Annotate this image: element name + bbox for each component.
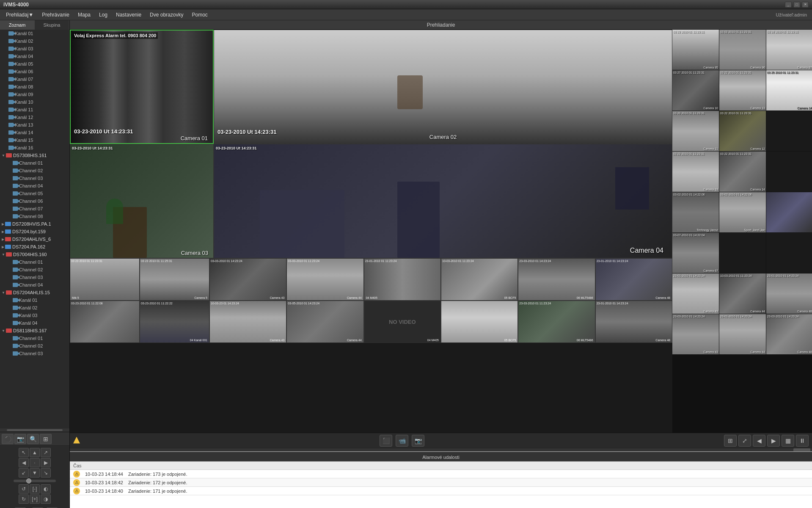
small-cam-1[interactable]: 03 23 2010 01 11:23:31 Mik 5 <box>70 258 140 301</box>
right-scrollbar[interactable] <box>70 448 812 451</box>
ptz-rotate-left[interactable]: ↺ <box>19 484 29 494</box>
ptz-focus-far[interactable]: [+] <box>30 494 40 504</box>
tree-ds7204ahlis-k02[interactable]: Kanál 02 <box>0 304 69 312</box>
thumb-20[interactable]: 23-01-2010 01 14:23:24 Camera 48 <box>766 273 812 314</box>
tree-ds7004-ch02[interactable]: Channel 02 <box>0 266 69 273</box>
tree-ds7204ahlis-k01[interactable]: Kanál 01 <box>0 296 69 304</box>
small-cam-s-0[interactable]: 03-23-2010 01 11:22:08 <box>70 301 140 343</box>
thumb-5[interactable]: 03 25 2010 01 11:23:31 Camera 14 <box>766 70 812 110</box>
tree-ch02[interactable]: Channel 02 <box>0 167 69 174</box>
thumb-2[interactable]: 03 25 2010 01 11:23:31 Camera 97 <box>766 30 812 70</box>
tree-kanal-03[interactable]: Kanál 03 <box>0 45 69 52</box>
tree-ds7004-ch03[interactable]: Channel 03 <box>0 273 69 281</box>
thumb-12[interactable]: 03-02-2010 01 14:22:06 Technogy Jarovi <box>672 192 719 232</box>
ptz-down-left[interactable]: ↙ <box>19 468 29 478</box>
thumb-8[interactable] <box>766 111 812 151</box>
btn-snapshot-main[interactable]: 📷 <box>412 435 424 447</box>
tree-ch01[interactable]: Channel 01 <box>0 159 69 167</box>
small-cam-br1-5[interactable]: 23-01-2010 01 14:23:24 Camera 48 <box>595 258 672 301</box>
tree-kanal-08[interactable]: Kanál 08 <box>0 83 69 91</box>
camera-2-main[interactable]: 03-23-2010 Ut 14:23:31 Camera 02 <box>214 30 672 144</box>
alarm-events-list[interactable]: Čas ⚠ 10-03-23 14:18:44 Zariadenie: 173 … <box>70 461 812 508</box>
thumb-14[interactable] <box>766 192 812 232</box>
alarm-row-0[interactable]: ⚠ 10-03-23 14:18:44 Zariadenie: 173 je o… <box>70 470 812 478</box>
ptz-right[interactable]: ▶ <box>41 458 51 467</box>
close-btn[interactable]: ✕ <box>802 2 809 8</box>
small-cam-br2-5[interactable]: 23-01-2010 01 14:23:24 Camera 48 <box>595 301 672 343</box>
tree-ds8118-ch02[interactable]: Channel 02 <box>0 342 69 350</box>
menu-prehliadaj[interactable]: Prehliadaj▼ <box>2 11 38 19</box>
small-cam-br1-4[interactable]: 23-03-2010 01 14:23:24 06 MLT5486 <box>518 258 595 301</box>
menu-prehravanie[interactable]: Prehrávanie <box>38 11 74 19</box>
tree-ds7204ahlis-k04[interactable]: Kanál 04 <box>0 319 69 327</box>
ptz-down-right[interactable]: ↘ <box>41 468 51 478</box>
tree-ch03[interactable]: Channel 03 <box>0 174 69 182</box>
tree-ds7204ahlis-k03[interactable]: Kanál 03 <box>0 312 69 319</box>
thumb-0[interactable]: 03 23 2010 01 11:23:31 Camera 95 <box>672 30 719 70</box>
btn-zoom[interactable]: 🔍 <box>27 434 39 444</box>
minimize-btn[interactable]: _ <box>785 2 792 8</box>
tree-ds7308[interactable]: ▼ DS7308HIS.161 <box>0 152 69 159</box>
tree-kanal-06[interactable]: Kanál 06 <box>0 68 69 75</box>
ptz-center[interactable]: · <box>30 458 40 467</box>
thumb-16[interactable] <box>719 233 766 273</box>
tree-kanal-04[interactable]: Kanál 04 <box>0 52 69 60</box>
thumb-13[interactable]: 03-02-2010 01 14:22:06 Sport: Jarof-Jan <box>719 192 766 232</box>
alarm-row-1[interactable]: ⚠ 10-03-23 14:18:42 Zariadenie: 172 je o… <box>70 478 812 487</box>
btn-record[interactable]: ⚫ <box>2 434 14 444</box>
camera-1-main[interactable]: Volaj Express Alarm tel. 0903 804 200 03… <box>70 30 214 144</box>
menu-nastavenie[interactable]: Nastavenie <box>112 11 146 19</box>
thumb-23[interactable]: 23-03-2010 01 14:23:24 Camera 48 <box>766 314 812 354</box>
btn-layout[interactable]: ⊞ <box>40 434 52 444</box>
thumb-18[interactable]: 23-01-2010 01 14:23:24 Camera 43 <box>672 273 719 314</box>
tree-kanal-01[interactable]: Kanál 01 <box>0 30 69 37</box>
small-cam-br2-4[interactable]: 23-03-2010 01 11:23:24 06 MLT5486 <box>518 301 595 343</box>
small-cam-br1-2[interactable]: 23-01-2010 01 11:23:24 04 M405 <box>364 258 441 301</box>
btn-fullscreen[interactable]: ⤢ <box>738 435 751 447</box>
camera-4-main[interactable]: 03-23-2010 Ut 14:23:31 Camera 04 <box>214 144 672 258</box>
thumb-15[interactable]: 03-07-2010 01 14:22:04 Camera 67 <box>672 233 719 273</box>
btn-grid-layout[interactable]: ⊞ <box>724 435 737 447</box>
ptz-up-right[interactable]: ↗ <box>41 448 51 457</box>
tree-ch05[interactable]: Channel 05 <box>0 190 69 197</box>
ptz-iris-open[interactable]: ◑ <box>41 494 51 504</box>
small-cam-br2-3[interactable]: 05 BCF5 <box>441 301 518 343</box>
thumb-4[interactable]: 03 22 2010 01 11:23:31 Camera 13 <box>719 70 766 110</box>
tab-zoznam[interactable]: Zoznam <box>0 20 35 30</box>
tree-kanal-13[interactable]: Kanál 13 <box>0 121 69 129</box>
tree-kanal-12[interactable]: Kanál 12 <box>0 113 69 121</box>
zoom-slider[interactable] <box>14 480 56 482</box>
tree-ch07[interactable]: Channel 07 <box>0 205 69 213</box>
menu-pomoc[interactable]: Pomoc <box>187 11 212 19</box>
tree-kanal-10[interactable]: Kanál 10 <box>0 98 69 106</box>
thumb-22[interactable]: 23-01-2010 01 14:23:24 Camera 44 <box>719 314 766 354</box>
tree-kanal-05[interactable]: Kanál 05 <box>0 60 69 68</box>
small-cam-br1-0[interactable]: 03-03-2010 01 14:23:24 Camera 43 <box>209 258 286 301</box>
tree-ds8118-ch03[interactable]: Channel 03 <box>0 350 69 357</box>
tree-ch06[interactable]: Channel 06 <box>0 197 69 205</box>
window-controls[interactable]: _ □ ✕ <box>785 2 809 8</box>
thumb-21[interactable]: 23-03-2010 01 14:23:24 Camera 43 <box>672 314 719 354</box>
btn-layout-select[interactable]: ▦ <box>782 435 794 447</box>
tree-kanal-07[interactable]: Kanál 07 <box>0 75 69 83</box>
small-cam-s-1[interactable]: 03-23-2010 01 11:22:22 04 Kanál 001 <box>140 301 209 343</box>
thumb-1[interactable]: 03 03 2010 01 11:23:31 Camera 96 <box>719 30 766 70</box>
small-cam-br2-2-novideo[interactable]: NO VIDEO 04 M405 <box>364 301 441 343</box>
btn-camera-rec[interactable]: 📹 <box>396 435 408 447</box>
ptz-rotate-right[interactable]: ↻ <box>19 494 29 504</box>
device-tree[interactable]: Kanál 01 Kanál 02 Kanál 03 Kanál 04 Kaná… <box>0 30 69 428</box>
alarm-row-2[interactable]: ⚠ 10-03-23 14:18:40 Zariadenie: 171 je o… <box>70 487 812 495</box>
ptz-focus-near[interactable]: [-] <box>30 484 40 494</box>
tab-skupina[interactable]: Skupina <box>35 20 69 30</box>
tree-scrollbar[interactable] <box>0 428 69 432</box>
btn-pause[interactable]: ⏸ <box>796 435 809 447</box>
tree-kanal-16[interactable]: Kanál 16 <box>0 144 69 152</box>
thumb-17[interactable] <box>766 233 812 273</box>
tree-ds7208[interactable]: ▶ DS7208HVIS.PA.1 <box>0 220 69 228</box>
tree-ds8118[interactable]: ▼ DS8118HIS.167 <box>0 327 69 334</box>
tree-ds7004[interactable]: ▼ DS7004HIS.160 <box>0 251 69 258</box>
ptz-up[interactable]: ▲ <box>30 448 40 457</box>
menu-mapa[interactable]: Mapa <box>74 11 95 19</box>
btn-next-page[interactable]: ▶ <box>767 435 780 447</box>
tree-ds7204pa[interactable]: ▶ DS7204.PA.162 <box>0 243 69 251</box>
